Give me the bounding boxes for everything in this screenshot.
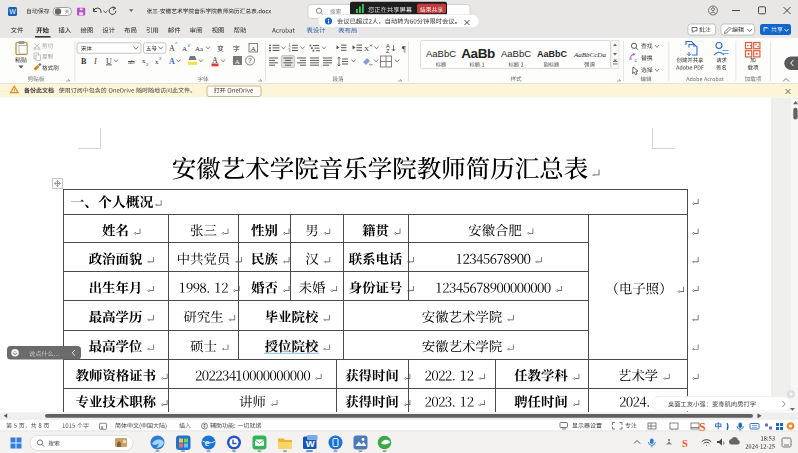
svg-text:AaBb: AaBb [461, 46, 495, 61]
svg-text:B: B [81, 57, 87, 66]
svg-text:W: W [9, 8, 16, 15]
svg-text:AaBbCcDa: AaBbCcDa [573, 51, 606, 59]
svg-text:S: S [699, 420, 706, 434]
svg-text:I: I [93, 57, 97, 66]
svg-text:a: a [629, 55, 632, 61]
svg-text:A: A [251, 45, 256, 53]
svg-text:¶: ¶ [402, 45, 406, 54]
svg-text:?: ? [248, 57, 252, 64]
svg-text:A: A [169, 57, 175, 66]
svg-text:X: X [364, 45, 369, 53]
svg-text:A: A [235, 58, 240, 66]
svg-text:AaBbC: AaBbC [501, 48, 531, 59]
svg-text:A: A [182, 45, 187, 53]
svg-text:AaBbC: AaBbC [426, 48, 456, 59]
svg-text:U: U [106, 57, 112, 66]
svg-text:AaBbC: AaBbC [537, 49, 568, 59]
svg-text:W: W [306, 438, 315, 449]
svg-text:ab: ab [128, 58, 135, 66]
svg-text:Aa: Aa [195, 45, 204, 53]
svg-text:S: S [682, 438, 688, 449]
svg-text:A: A [212, 56, 218, 65]
svg-text:3: 3 [289, 49, 291, 53]
